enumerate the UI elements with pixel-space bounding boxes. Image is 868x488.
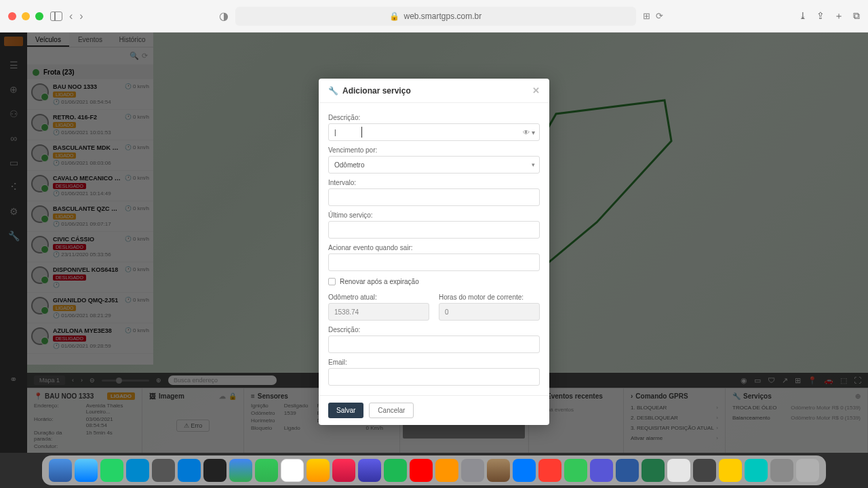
browser-chrome: ‹ › ◑ 🔒 web.smartgps.com.br ⊞ ⟳ ⤓ ⇪ ＋ ⧉: [0, 0, 868, 33]
dock-app[interactable]: [75, 459, 98, 482]
add-service-modal: 🔧 Adicionar serviço ✕ Descrição: | 👁 ▾ V…: [319, 79, 549, 425]
visibility-icon[interactable]: 👁 ▾: [523, 129, 535, 136]
dock-app[interactable]: [126, 459, 149, 482]
input-odometro: 1538.74: [328, 303, 429, 321]
label-acionar: Acionar evento quando sair:: [328, 244, 540, 251]
lock-icon: 🔒: [389, 12, 399, 21]
label-ultimo: Último serviço:: [328, 211, 540, 219]
dock-app[interactable]: [590, 459, 613, 482]
forward-button[interactable]: ›: [79, 10, 83, 22]
dock-app[interactable]: [358, 459, 381, 482]
dock-app[interactable]: [229, 459, 252, 482]
input-horas-motor: 0: [439, 303, 540, 321]
input-ultimo[interactable]: [328, 221, 540, 239]
input-email[interactable]: [328, 368, 540, 386]
dock-app[interactable]: [100, 459, 123, 482]
wrench-icon: 🔧: [328, 86, 338, 96]
tabs-icon[interactable]: ⧉: [853, 10, 860, 22]
dock-app[interactable]: [203, 459, 226, 482]
download-icon[interactable]: ⤓: [799, 10, 807, 22]
dock-app[interactable]: [178, 459, 201, 482]
dock-app[interactable]: [435, 459, 458, 482]
dock-app[interactable]: [332, 459, 355, 482]
shield-icon: ◑: [219, 9, 229, 22]
dock-app[interactable]: [487, 459, 510, 482]
dock-app[interactable]: [255, 459, 278, 482]
url-text: web.smartgps.com.br: [403, 12, 481, 21]
dock-app[interactable]: [642, 459, 665, 482]
text-cursor: [361, 127, 362, 138]
modal-title: Adicionar serviço: [342, 86, 411, 96]
dock-app[interactable]: [307, 459, 330, 482]
window-controls: [8, 12, 43, 20]
input-descricao2[interactable]: [328, 336, 540, 353]
dock-app[interactable]: [693, 459, 716, 482]
dock-app[interactable]: [538, 459, 561, 482]
reload-icon[interactable]: ⟳: [656, 11, 663, 21]
dock-app[interactable]: [796, 459, 819, 482]
dock-app[interactable]: [410, 459, 433, 482]
maximize-window[interactable]: [35, 12, 43, 20]
label-descricao2: Descrição:: [328, 326, 540, 333]
dock-app[interactable]: [770, 459, 793, 482]
translate-icon[interactable]: ⊞: [643, 11, 650, 21]
dock-app[interactable]: [745, 459, 768, 482]
label-email: Email:: [328, 359, 540, 366]
label-descricao: Descrição:: [328, 114, 540, 121]
dock-app[interactable]: [564, 459, 587, 482]
close-icon[interactable]: ✕: [532, 85, 540, 96]
dock-app[interactable]: [281, 459, 304, 482]
label-renovar: Renovar após a expiração: [340, 278, 419, 285]
url-bar[interactable]: 🔒 web.smartgps.com.br: [235, 7, 636, 26]
new-tab-icon[interactable]: ＋: [834, 10, 844, 22]
cancel-button[interactable]: Cancelar: [369, 403, 414, 418]
select-vencimento[interactable]: Odômetro ▾: [328, 156, 540, 174]
input-acionar[interactable]: [328, 253, 540, 271]
dock-app[interactable]: [616, 459, 639, 482]
dock-app[interactable]: [49, 459, 72, 482]
dock-app[interactable]: [461, 459, 484, 482]
sidebar-toggle-icon[interactable]: [50, 12, 62, 21]
dock-app[interactable]: [513, 459, 536, 482]
dock-app[interactable]: [152, 459, 175, 482]
macos-dock: [42, 455, 826, 485]
checkbox-renovar[interactable]: [328, 278, 336, 285]
share-icon[interactable]: ⇪: [816, 10, 825, 22]
input-intervalo[interactable]: [328, 188, 540, 206]
dock-app[interactable]: [719, 459, 742, 482]
label-intervalo: Intervalo:: [328, 179, 540, 186]
label-odometro: Odômetro atual:: [328, 293, 429, 301]
save-button[interactable]: Salvar: [328, 403, 363, 418]
close-window[interactable]: [8, 12, 16, 20]
url-actions: ⊞ ⟳: [643, 11, 663, 21]
input-descricao[interactable]: | 👁 ▾: [328, 123, 540, 141]
dock-app[interactable]: [667, 459, 690, 482]
chevron-down-icon: ▾: [532, 161, 535, 168]
label-horas-motor: Horas do motor de corrente:: [439, 293, 540, 301]
label-vencimento: Vencimento por:: [328, 146, 540, 154]
back-button[interactable]: ‹: [69, 10, 73, 22]
minimize-window[interactable]: [22, 12, 30, 20]
dock-app[interactable]: [384, 459, 407, 482]
